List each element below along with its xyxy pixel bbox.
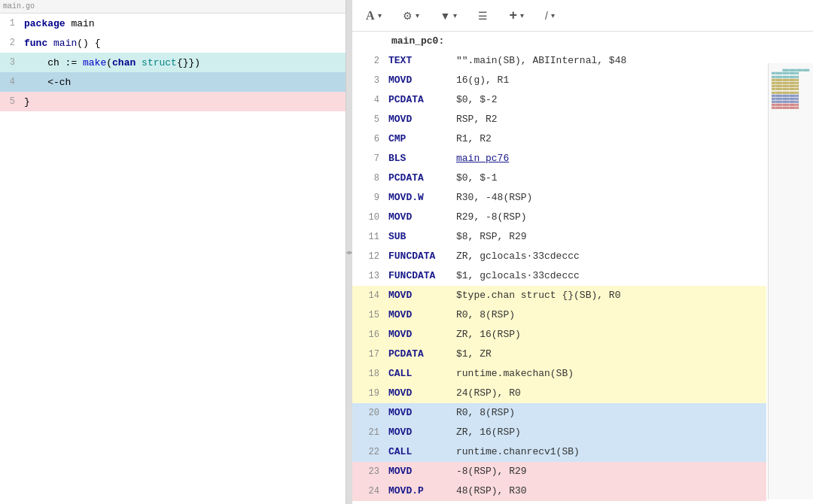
asm-opcode: PCDATA <box>388 172 456 184</box>
asm-label: main_pc0: <box>388 35 444 47</box>
font-dropdown-icon: ▾ <box>378 11 382 20</box>
asm-line-number: 18 <box>352 369 388 379</box>
asm-line-number: 10 <box>352 212 388 223</box>
asm-row: 15MOVDR0, 8(RSP) <box>352 305 766 325</box>
asm-row: 4PCDATA$0, $-2 <box>352 90 766 110</box>
pen-button[interactable]: / ▾ <box>540 7 559 25</box>
asm-opcode: PCDATA <box>388 94 456 105</box>
asm-opcode: MOVD.P <box>388 485 456 496</box>
asm-args: $0, $-2 <box>456 94 766 105</box>
add-dropdown-icon: ▾ <box>520 11 524 20</box>
asm-line-number: 12 <box>352 251 388 262</box>
asm-line-number: 24 <box>352 486 388 496</box>
asm-opcode: MOVD <box>388 466 456 477</box>
source-code-area: 1package main2func main() {3 ch := make(… <box>0 14 346 504</box>
asm-line-number: 21 <box>352 427 388 438</box>
asm-args: $1, gclocals·33cdeccc <box>456 270 766 281</box>
asm-row: 16MOVDZR, 16(RSP) <box>352 325 766 345</box>
asm-line-number: 2 <box>352 56 388 66</box>
asm-row: main_pc0: <box>352 32 766 51</box>
asm-args: R0, 8(RSP) <box>456 407 766 418</box>
line-content: func main() { <box>21 38 346 49</box>
asm-opcode: CALL <box>388 368 456 379</box>
asm-row: 8PCDATA$0, $-1 <box>352 169 766 188</box>
asm-args: ZR, gclocals·33cdeccc <box>456 250 766 262</box>
asm-row: 13FUNCDATA $1, gclocals·33cdeccc <box>352 266 766 286</box>
asm-line-number: 15 <box>352 310 388 320</box>
asm-opcode: SUB <box>388 231 456 242</box>
asm-line-number: 13 <box>352 271 388 281</box>
line-number: 1 <box>0 18 21 29</box>
asm-opcode: CMP <box>388 133 456 144</box>
source-topbar: main.go <box>0 0 346 14</box>
line-content: ch := make(chan struct{}}) <box>21 57 346 68</box>
asm-row: 11SUB$8, RSP, R29 <box>352 227 766 247</box>
asm-line-number: 23 <box>352 466 388 477</box>
asm-line-number: 20 <box>352 408 388 418</box>
font-button[interactable]: A ▾ <box>361 6 386 26</box>
asm-args: $8, RSP, R29 <box>456 231 766 242</box>
filter-button[interactable]: ▼ ▾ <box>436 7 462 25</box>
asm-opcode: CALL <box>388 446 456 457</box>
asm-row: 20MOVDR0, 8(RSP) <box>352 403 766 423</box>
settings-button[interactable]: ⚙ ▾ <box>398 7 424 25</box>
asm-row: 3MOVD16(g), R1 <box>352 71 766 90</box>
asm-jump-link[interactable]: main_pc76 <box>456 153 509 164</box>
asm-args: R29, -8(RSP) <box>456 211 766 223</box>
asm-row: 6CMPR1, R2 <box>352 129 766 149</box>
source-panel: main.go 1package main2func main() {3 ch … <box>0 0 346 504</box>
asm-args: $1, ZR <box>456 348 766 360</box>
layout-button[interactable]: ☰ <box>473 7 492 25</box>
asm-args: runtime.makechan(SB) <box>456 368 766 379</box>
panel-divider[interactable] <box>346 0 352 504</box>
asm-args: $type.chan struct {}(SB), R0 <box>456 290 766 301</box>
asm-args: runtime.chanrecv1(SB) <box>456 446 766 457</box>
asm-args[interactable]: main_pc76 <box>456 153 766 164</box>
asm-opcode: BLS <box>388 153 456 164</box>
asm-opcode: MOVD.W <box>388 192 456 203</box>
asm-opcode: MOVD <box>388 211 456 223</box>
line-content: package main <box>21 18 346 29</box>
asm-args: -8(RSP), R29 <box>456 466 766 477</box>
asm-line-number: 11 <box>352 232 388 242</box>
asm-row: 5MOVDRSP, R2 <box>352 110 766 129</box>
asm-row: 7BLSmain_pc76 <box>352 149 766 169</box>
filter-icon: ▼ <box>440 10 451 22</box>
asm-row: 17PCDATA$1, ZR <box>352 345 766 364</box>
asm-opcode: PCDATA <box>388 348 456 360</box>
asm-args: ZR, 16(RSP) <box>456 427 766 438</box>
asm-line-number: 8 <box>352 173 388 184</box>
asm-opcode: MOVD <box>388 407 456 418</box>
asm-row: 14MOVD$type.chan struct {}(SB), R0 <box>352 286 766 305</box>
asm-line-number: 22 <box>352 447 388 457</box>
asm-args: "".main(SB), ABIInternal, $48 <box>456 55 766 66</box>
settings-dropdown-icon: ▾ <box>416 11 419 20</box>
asm-args: R30, -48(RSP) <box>456 192 766 203</box>
asm-row: 23MOVD-8(RSP), R29 <box>352 462 766 481</box>
asm-args: RSP, R2 <box>456 114 766 125</box>
asm-opcode: TEXT <box>388 55 456 66</box>
add-button[interactable]: + ▾ <box>504 5 528 26</box>
asm-content-area[interactable]: ████████████████████ ███████████████████… <box>352 32 813 504</box>
asm-line-number: 16 <box>352 329 388 340</box>
asm-opcode: MOVD <box>388 290 456 301</box>
asm-line-number: 7 <box>352 153 388 164</box>
source-line: 2func main() { <box>0 33 346 53</box>
asm-args: 24(RSP), R0 <box>456 387 766 399</box>
asm-toolbar: A ▾ ⚙ ▾ ▼ ▾ ☰ + ▾ / ▾ <box>352 0 813 32</box>
asm-args: 16(g), R1 <box>456 74 766 86</box>
source-line: 4 <-ch <box>0 72 346 92</box>
pen-dropdown-icon: ▾ <box>551 11 555 20</box>
asm-row: 18CALLruntime.makechan(SB) <box>352 364 766 384</box>
asm-line-number: 17 <box>352 349 388 360</box>
line-number: 5 <box>0 96 21 107</box>
line-number: 4 <box>0 77 21 87</box>
asm-line-number: 9 <box>352 193 388 203</box>
asm-opcode: FUNCDATA <box>388 270 456 281</box>
asm-line-number: 14 <box>352 290 388 301</box>
asm-opcode: MOVD <box>388 427 456 438</box>
asm-panel: A ▾ ⚙ ▾ ▼ ▾ ☰ + ▾ / ▾ ██████████████████… <box>352 0 813 504</box>
minimap-content: ████████████████████ ███████████████████… <box>769 63 813 117</box>
source-line: 5} <box>0 92 346 111</box>
settings-icon: ⚙ <box>403 10 413 22</box>
